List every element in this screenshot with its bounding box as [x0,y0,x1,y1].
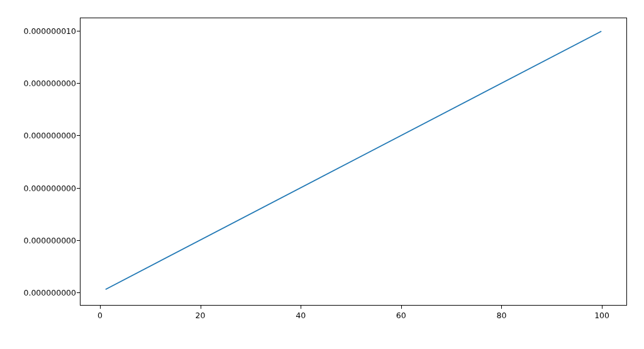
y-tick-label: 0.000000000 [23,79,76,88]
y-tick-mark [77,292,80,293]
y-tick-label: 0.000000000 [23,131,76,140]
x-tick-mark [602,306,602,309]
y-tick-mark [77,31,80,31]
y-tick-mark [77,188,80,189]
y-tick-label: 0.000000000 [23,288,76,297]
x-tick-label: 40 [296,311,306,320]
x-tick-mark [401,306,402,309]
x-tick-label: 0 [97,311,103,320]
x-tick-label: 100 [594,311,609,320]
plot-area [80,18,627,306]
x-tick-mark [501,306,502,309]
x-tick-label: 20 [196,311,206,320]
y-tick-label: 0.000000000 [23,183,76,192]
x-tick-mark [201,306,201,309]
x-tick-label: 60 [396,311,406,320]
y-tick-mark [77,240,80,241]
y-tick-label: 0.000000000 [23,235,76,245]
y-tick-mark [77,83,80,84]
line-series-1 [80,18,626,305]
x-tick-label: 80 [497,311,507,320]
x-tick-mark [301,306,301,309]
x-tick-mark [100,306,101,309]
y-tick-label: 0.000000010 [23,26,76,35]
svg-line-0 [106,31,601,289]
chart-container: 0.0000000000.0000000000.0000000000.00000… [0,0,644,349]
y-tick-mark [77,135,80,136]
